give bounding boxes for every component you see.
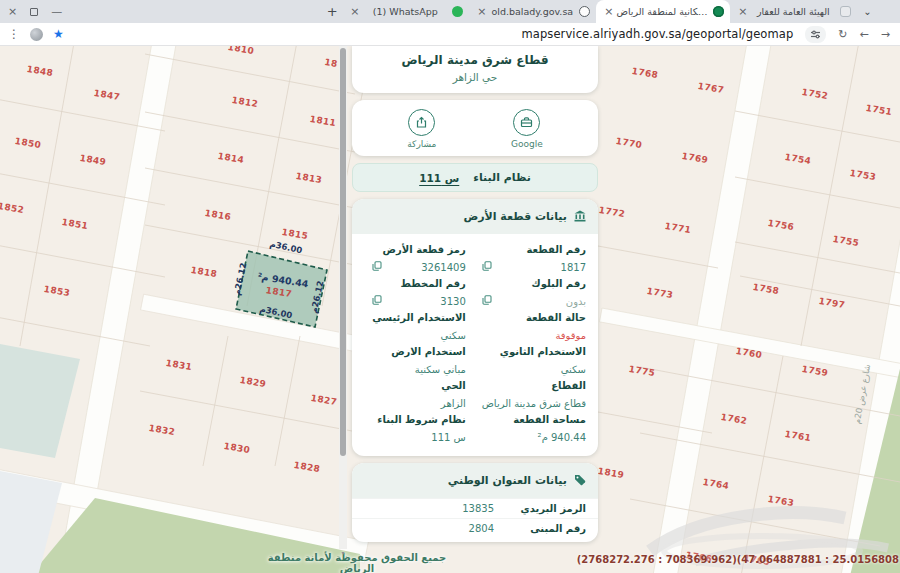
address-row-value: 13835 bbox=[462, 503, 494, 514]
tab-list-chevron-icon[interactable]: ⌄ bbox=[857, 6, 877, 17]
field-value: قطاع شرق مدينة الرياض bbox=[482, 398, 586, 409]
parcel-data-header: بيانات قطعة الأرض bbox=[352, 199, 598, 234]
new-tab-button[interactable]: + bbox=[322, 4, 342, 19]
tab-title: الهيئة العامة للعقار bbox=[750, 6, 836, 17]
tune-icon[interactable] bbox=[805, 26, 826, 43]
tab-strip: × — + × (1) WhatsApp × old.balady.gov.sa bbox=[0, 0, 900, 23]
parcel-field: مساحة القطعة 940.44 م² bbox=[482, 414, 588, 444]
field-label: رقم القطعة bbox=[482, 244, 586, 255]
field-label: مساحة القطعة bbox=[482, 414, 586, 425]
district-title: حي الزاهر bbox=[362, 71, 588, 83]
address-row: رقم المبنى 2804 bbox=[352, 518, 598, 538]
scrollbar-down-icon[interactable]: ▾ bbox=[339, 549, 347, 556]
google-maps-button[interactable]: Google bbox=[511, 109, 543, 149]
parcel-data-title: بيانات قطعة الأرض bbox=[463, 210, 567, 223]
profile-avatar[interactable] bbox=[30, 28, 43, 41]
toolbar-left: ⋮ ★ bbox=[0, 27, 64, 41]
parcel-field: حالة القطعة موقوفة bbox=[482, 312, 588, 342]
field-label: الحي bbox=[372, 380, 466, 391]
toolbar-right: mapservice.alriyadh.gov.sa/geoportal/geo… bbox=[522, 26, 900, 43]
tab-close-icon[interactable]: × bbox=[350, 5, 359, 18]
back-icon[interactable]: ← bbox=[860, 29, 869, 40]
cursor-coordinates: (2768272.276 : 708369.962)(47.064887881 … bbox=[577, 554, 899, 565]
address-row: الرمز البريدي 13835 bbox=[352, 498, 598, 518]
field-value: س 111 bbox=[431, 432, 465, 443]
field-value: مباني سكنية bbox=[415, 364, 466, 375]
field-label: استخدام الارض bbox=[372, 346, 466, 357]
field-label: الاستخدام الثانوي bbox=[482, 346, 586, 357]
forward-icon[interactable]: → bbox=[881, 29, 890, 40]
field-label: الاستخدام الرئيسي bbox=[372, 312, 466, 323]
parcel-field: القطاع قطاع شرق مدينة الرياض bbox=[482, 380, 588, 410]
building-system-bar: نظام البناء س 111 bbox=[352, 163, 598, 192]
bookmark-star-icon[interactable]: ★ bbox=[53, 27, 64, 41]
window-controls: × — bbox=[0, 6, 70, 17]
parcel-field: رمز قطعة الأرض 3261409 bbox=[372, 244, 468, 274]
parcel-field: رقم البلوك بدون bbox=[482, 278, 588, 308]
building-system-link[interactable]: س 111 bbox=[419, 172, 459, 184]
copyright-watermark: جميع الحقوق محفوظة لأمانة منطقة الرياض bbox=[250, 552, 464, 573]
address-url[interactable]: mapservice.alriyadh.gov.sa/geoportal/geo… bbox=[522, 27, 794, 41]
browser-tab[interactable]: × (1) WhatsApp bbox=[342, 0, 469, 23]
browser-tab[interactable]: × old.balady.gov.sa bbox=[469, 0, 596, 23]
tab-close-icon[interactable]: × bbox=[477, 5, 486, 18]
browser-toolbar: ⋮ ★ mapservice.alriyadh.gov.sa/geoportal… bbox=[0, 23, 900, 46]
copy-icon[interactable] bbox=[372, 261, 382, 271]
field-label: القطاع bbox=[482, 380, 586, 391]
building-system-label: نظام البناء bbox=[473, 171, 531, 184]
browser-menu-icon[interactable]: ⋮ bbox=[8, 27, 20, 41]
panel-scrollbar[interactable] bbox=[339, 46, 347, 549]
national-address-header: بيانات العنوان الوطني bbox=[352, 463, 598, 498]
scrollbar-thumb[interactable] bbox=[340, 48, 346, 456]
window-restore-icon[interactable] bbox=[30, 8, 38, 16]
field-label: رقم البلوك bbox=[482, 278, 586, 289]
parcel-info-panel: قطاع شرق مدينة الرياض حي الزاهر Google م… bbox=[352, 46, 598, 542]
parcel-field: نظام شروط البناء س 111 bbox=[372, 414, 468, 444]
tab-title: old.balady.gov.sa bbox=[489, 6, 575, 17]
field-value: سكني bbox=[561, 364, 586, 375]
tab-favicon-icon bbox=[713, 6, 724, 17]
field-value: 940.44 م² bbox=[538, 432, 586, 443]
map-viewport[interactable]: 1848 1847 1850 1849 1852 1851 1853 1810 … bbox=[0, 46, 900, 573]
copy-icon[interactable] bbox=[482, 295, 492, 305]
field-value: 3130 bbox=[440, 296, 465, 307]
parcel-fields: رقم القطعة 1817 رمز قطعة الأرض bbox=[352, 234, 598, 456]
google-maps-label: Google bbox=[511, 139, 543, 149]
parcel-number-label[interactable]: 18 bbox=[324, 57, 339, 69]
tab-title: (1) WhatsApp bbox=[362, 6, 448, 17]
sector-card: قطاع شرق مدينة الرياض حي الزاهر bbox=[352, 46, 598, 93]
national-address-card: بيانات العنوان الوطني الرمز البريدي 1383… bbox=[352, 463, 598, 542]
field-value: الزاهر bbox=[441, 398, 466, 409]
field-label: رمز قطعة الأرض bbox=[372, 244, 466, 255]
address-row-value: 2804 bbox=[469, 523, 494, 534]
field-label: حالة القطعة bbox=[482, 312, 586, 323]
address-tag-icon bbox=[574, 471, 586, 490]
land-data-icon bbox=[574, 207, 586, 226]
browser-tab[interactable]: × البوابة المكانية لمنطقة الرياض bbox=[596, 0, 730, 23]
field-value: 1817 bbox=[561, 262, 586, 273]
field-value: بدون bbox=[566, 296, 586, 307]
tab-close-icon[interactable]: × bbox=[604, 5, 613, 18]
browser-tab[interactable]: × الهيئة العامة للعقار bbox=[730, 0, 857, 23]
tab-close-icon[interactable]: × bbox=[738, 5, 747, 18]
tabs: × (1) WhatsApp × old.balady.gov.sa × الب… bbox=[342, 0, 857, 23]
field-value: موقوفة bbox=[555, 330, 586, 341]
sector-title: قطاع شرق مدينة الرياض bbox=[362, 53, 588, 67]
parcel-field: رقم القطعة 1817 bbox=[482, 244, 588, 274]
address-rows: الرمز البريدي 13835 رقم المبنى 2804 bbox=[352, 498, 598, 542]
share-label: مشاركة bbox=[407, 139, 436, 149]
reload-icon[interactable]: ↻ bbox=[838, 29, 847, 40]
field-label: نظام شروط البناء bbox=[372, 414, 466, 425]
window-close-icon[interactable]: × bbox=[8, 6, 17, 17]
parcel-data-card: بيانات قطعة الأرض رقم القطعة 1817 bbox=[352, 199, 598, 456]
share-button[interactable]: مشاركة bbox=[407, 109, 436, 149]
parcel-field: الاستخدام الثانوي سكني bbox=[482, 346, 588, 376]
actions-card: Google مشاركة bbox=[352, 100, 598, 156]
window-minimize-icon[interactable]: — bbox=[51, 6, 62, 17]
tab-title: البوابة المكانية لمنطقة الرياض bbox=[616, 6, 709, 17]
copy-icon[interactable] bbox=[372, 295, 382, 305]
google-maps-icon bbox=[513, 109, 540, 136]
parcel-field: الحي الزاهر bbox=[372, 380, 468, 410]
parcel-field: الاستخدام الرئيسي سكني bbox=[372, 312, 468, 342]
copy-icon[interactable] bbox=[482, 261, 492, 271]
